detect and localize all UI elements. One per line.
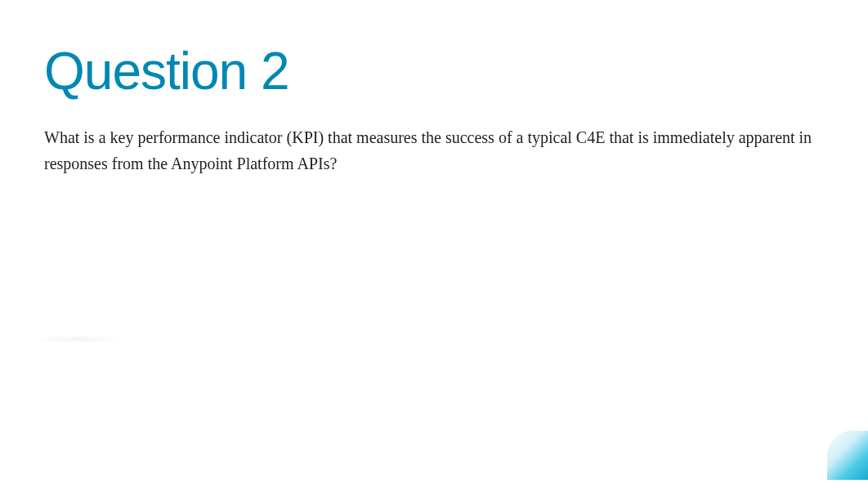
slide-content: Question 2 What is a key performance ind…: [0, 0, 868, 177]
question-title: Question 2: [44, 41, 824, 101]
question-body: What is a key performance indicator (KPI…: [44, 124, 824, 177]
corner-decoration: [827, 431, 868, 480]
shadow-decoration: [33, 335, 123, 343]
